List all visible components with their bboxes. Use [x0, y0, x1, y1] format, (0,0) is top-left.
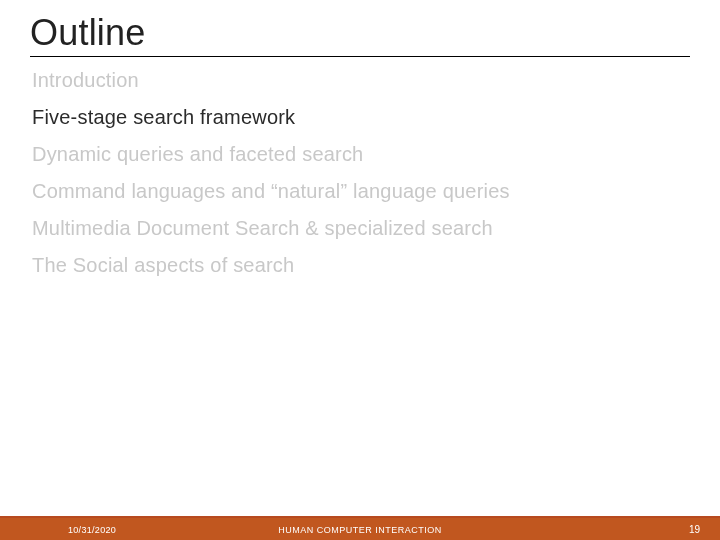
- outline-item: Dynamic queries and faceted search: [32, 143, 690, 166]
- slide: Outline Introduction Five-stage search f…: [0, 0, 720, 540]
- outline-item-current: Five-stage search framework: [32, 106, 690, 129]
- outline-item: Introduction: [32, 69, 690, 92]
- slide-title: Outline: [30, 12, 690, 57]
- outline-item: Multimedia Document Search & specialized…: [32, 217, 690, 240]
- outline-item: Command languages and “natural” language…: [32, 180, 690, 203]
- slide-footer: 10/31/2020 HUMAN COMPUTER INTERACTION 19: [0, 514, 720, 540]
- outline-item: The Social aspects of search: [32, 254, 690, 277]
- footer-page-number: 19: [689, 524, 700, 535]
- footer-course-title: HUMAN COMPUTER INTERACTION: [0, 525, 720, 535]
- outline-list: Introduction Five-stage search framework…: [30, 69, 690, 277]
